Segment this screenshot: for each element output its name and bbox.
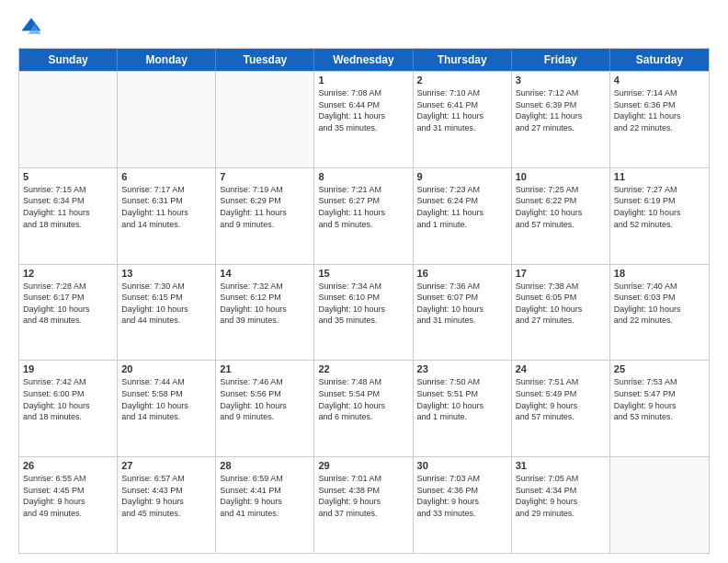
day-info: Sunrise: 7:44 AM Sunset: 5:58 PM Dayligh…	[121, 376, 211, 422]
day-number: 16	[417, 268, 507, 279]
calendar-cell: 12Sunrise: 7:28 AM Sunset: 6:17 PM Dayli…	[19, 265, 118, 361]
calendar-cell: 13Sunrise: 7:30 AM Sunset: 6:15 PM Dayli…	[118, 265, 216, 361]
day-info: Sunrise: 7:10 AM Sunset: 6:41 PM Dayligh…	[417, 87, 507, 133]
day-info: Sunrise: 7:53 AM Sunset: 5:47 PM Dayligh…	[614, 376, 705, 422]
calendar-row-0: 1Sunrise: 7:08 AM Sunset: 6:44 PM Daylig…	[19, 71, 709, 167]
calendar-cell: 5Sunrise: 7:15 AM Sunset: 6:34 PM Daylig…	[19, 168, 118, 264]
day-info: Sunrise: 7:50 AM Sunset: 5:51 PM Dayligh…	[417, 376, 507, 422]
page: SundayMondayTuesdayWednesdayThursdayFrid…	[0, 0, 728, 563]
day-info: Sunrise: 7:42 AM Sunset: 6:00 PM Dayligh…	[23, 376, 113, 422]
logo-icon	[18, 15, 44, 40]
day-info: Sunrise: 7:30 AM Sunset: 6:15 PM Dayligh…	[121, 281, 211, 327]
calendar-row-1: 5Sunrise: 7:15 AM Sunset: 6:34 PM Daylig…	[19, 167, 709, 264]
day-info: Sunrise: 7:51 AM Sunset: 5:49 PM Dayligh…	[516, 376, 606, 422]
calendar-cell	[19, 72, 118, 167]
calendar-cell: 7Sunrise: 7:19 AM Sunset: 6:29 PM Daylig…	[216, 168, 314, 264]
calendar-cell: 14Sunrise: 7:32 AM Sunset: 6:12 PM Dayli…	[216, 265, 314, 361]
day-number: 30	[417, 460, 507, 471]
calendar-header: SundayMondayTuesdayWednesdayThursdayFrid…	[19, 49, 709, 71]
calendar-cell	[216, 72, 314, 167]
header-day-monday: Monday	[118, 49, 216, 71]
day-number: 24	[516, 363, 606, 374]
day-number: 7	[220, 171, 310, 182]
logo	[18, 15, 48, 40]
day-info: Sunrise: 7:48 AM Sunset: 5:54 PM Dayligh…	[318, 376, 408, 422]
calendar-cell: 28Sunrise: 6:59 AM Sunset: 4:41 PM Dayli…	[216, 457, 314, 553]
calendar-cell: 20Sunrise: 7:44 AM Sunset: 5:58 PM Dayli…	[118, 361, 216, 456]
calendar-cell	[610, 457, 709, 553]
calendar-cell: 30Sunrise: 7:03 AM Sunset: 4:36 PM Dayli…	[414, 457, 512, 553]
day-number: 23	[417, 363, 507, 374]
day-number: 20	[121, 363, 211, 374]
day-info: Sunrise: 6:55 AM Sunset: 4:45 PM Dayligh…	[23, 473, 113, 519]
calendar: SundayMondayTuesdayWednesdayThursdayFrid…	[18, 48, 710, 554]
day-number: 2	[417, 75, 507, 86]
calendar-cell: 17Sunrise: 7:38 AM Sunset: 6:05 PM Dayli…	[512, 265, 610, 361]
day-info: Sunrise: 6:59 AM Sunset: 4:41 PM Dayligh…	[220, 473, 310, 519]
day-info: Sunrise: 7:15 AM Sunset: 6:34 PM Dayligh…	[23, 184, 113, 230]
day-number: 31	[516, 460, 606, 471]
calendar-cell: 29Sunrise: 7:01 AM Sunset: 4:38 PM Dayli…	[314, 457, 413, 553]
calendar-cell: 16Sunrise: 7:36 AM Sunset: 6:07 PM Dayli…	[414, 265, 512, 361]
calendar-row-2: 12Sunrise: 7:28 AM Sunset: 6:17 PM Dayli…	[19, 264, 709, 361]
calendar-cell	[118, 72, 216, 167]
day-info: Sunrise: 7:08 AM Sunset: 6:44 PM Dayligh…	[318, 87, 408, 133]
header-day-friday: Friday	[512, 49, 610, 71]
day-info: Sunrise: 7:25 AM Sunset: 6:22 PM Dayligh…	[516, 184, 606, 230]
calendar-cell: 23Sunrise: 7:50 AM Sunset: 5:51 PM Dayli…	[414, 361, 512, 456]
header-day-tuesday: Tuesday	[216, 49, 314, 71]
day-number: 11	[614, 171, 705, 182]
day-number: 3	[516, 75, 606, 86]
day-number: 29	[318, 460, 408, 471]
day-number: 1	[318, 75, 408, 86]
header	[18, 15, 710, 40]
calendar-cell: 18Sunrise: 7:40 AM Sunset: 6:03 PM Dayli…	[610, 265, 709, 361]
day-number: 26	[23, 460, 113, 471]
calendar-cell: 19Sunrise: 7:42 AM Sunset: 6:00 PM Dayli…	[19, 361, 118, 456]
day-number: 12	[23, 268, 113, 279]
day-info: Sunrise: 7:38 AM Sunset: 6:05 PM Dayligh…	[516, 281, 606, 327]
svg-marker-0	[22, 18, 41, 31]
day-number: 14	[220, 268, 310, 279]
day-info: Sunrise: 7:23 AM Sunset: 6:24 PM Dayligh…	[417, 184, 507, 230]
calendar-cell: 11Sunrise: 7:27 AM Sunset: 6:19 PM Dayli…	[610, 168, 709, 264]
day-info: Sunrise: 7:05 AM Sunset: 4:34 PM Dayligh…	[516, 473, 606, 519]
calendar-cell: 15Sunrise: 7:34 AM Sunset: 6:10 PM Dayli…	[314, 265, 413, 361]
day-number: 18	[614, 268, 705, 279]
day-info: Sunrise: 7:46 AM Sunset: 5:56 PM Dayligh…	[220, 376, 310, 422]
calendar-cell: 1Sunrise: 7:08 AM Sunset: 6:44 PM Daylig…	[314, 72, 413, 167]
day-number: 6	[121, 171, 211, 182]
day-number: 4	[614, 75, 705, 86]
calendar-body: 1Sunrise: 7:08 AM Sunset: 6:44 PM Daylig…	[19, 71, 709, 553]
day-info: Sunrise: 6:57 AM Sunset: 4:43 PM Dayligh…	[121, 473, 211, 519]
calendar-row-4: 26Sunrise: 6:55 AM Sunset: 4:45 PM Dayli…	[19, 456, 709, 553]
header-day-thursday: Thursday	[414, 49, 512, 71]
day-info: Sunrise: 7:03 AM Sunset: 4:36 PM Dayligh…	[417, 473, 507, 519]
day-number: 27	[121, 460, 211, 471]
calendar-cell: 31Sunrise: 7:05 AM Sunset: 4:34 PM Dayli…	[512, 457, 610, 553]
day-number: 25	[614, 363, 705, 374]
day-info: Sunrise: 7:12 AM Sunset: 6:39 PM Dayligh…	[516, 87, 606, 133]
day-number: 19	[23, 363, 113, 374]
day-info: Sunrise: 7:14 AM Sunset: 6:36 PM Dayligh…	[614, 87, 705, 133]
calendar-cell: 2Sunrise: 7:10 AM Sunset: 6:41 PM Daylig…	[414, 72, 512, 167]
calendar-cell: 3Sunrise: 7:12 AM Sunset: 6:39 PM Daylig…	[512, 72, 610, 167]
day-number: 15	[318, 268, 408, 279]
day-info: Sunrise: 7:32 AM Sunset: 6:12 PM Dayligh…	[220, 281, 310, 327]
calendar-cell: 21Sunrise: 7:46 AM Sunset: 5:56 PM Dayli…	[216, 361, 314, 456]
calendar-cell: 10Sunrise: 7:25 AM Sunset: 6:22 PM Dayli…	[512, 168, 610, 264]
day-info: Sunrise: 7:40 AM Sunset: 6:03 PM Dayligh…	[614, 281, 705, 327]
day-number: 17	[516, 268, 606, 279]
calendar-cell: 26Sunrise: 6:55 AM Sunset: 4:45 PM Dayli…	[19, 457, 118, 553]
day-number: 21	[220, 363, 310, 374]
day-info: Sunrise: 7:21 AM Sunset: 6:27 PM Dayligh…	[318, 184, 408, 230]
header-day-saturday: Saturday	[610, 49, 709, 71]
calendar-cell: 22Sunrise: 7:48 AM Sunset: 5:54 PM Dayli…	[314, 361, 413, 456]
calendar-cell: 8Sunrise: 7:21 AM Sunset: 6:27 PM Daylig…	[314, 168, 413, 264]
calendar-row-3: 19Sunrise: 7:42 AM Sunset: 6:00 PM Dayli…	[19, 360, 709, 456]
day-info: Sunrise: 7:28 AM Sunset: 6:17 PM Dayligh…	[23, 281, 113, 327]
day-number: 28	[220, 460, 310, 471]
day-number: 10	[516, 171, 606, 182]
day-info: Sunrise: 7:19 AM Sunset: 6:29 PM Dayligh…	[220, 184, 310, 230]
calendar-cell: 6Sunrise: 7:17 AM Sunset: 6:31 PM Daylig…	[118, 168, 216, 264]
